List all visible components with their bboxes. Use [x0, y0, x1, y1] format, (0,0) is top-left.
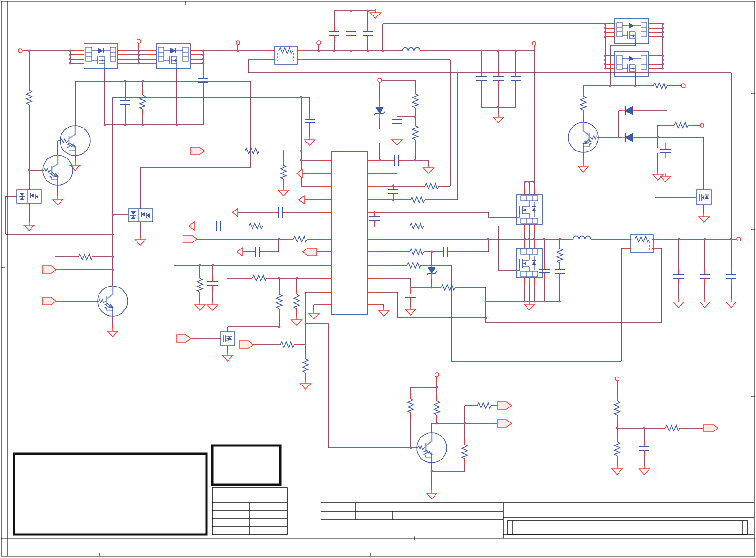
module-pins: [158, 47, 164, 61]
module-diode: [170, 48, 176, 53]
pack-diode: [30, 193, 34, 198]
terminal-circle: [737, 237, 741, 241]
junction-dot: [69, 54, 72, 56]
junction-dot: [69, 58, 72, 60]
junction-dot: [367, 10, 369, 12]
port-arrow-right: [183, 235, 197, 243]
junction-dot: [662, 59, 664, 61]
junction-dot: [604, 36, 607, 38]
resistor: [252, 275, 267, 281]
tvs-diode: [20, 197, 24, 200]
junction-dot: [124, 124, 127, 126]
terminal-circle: [435, 373, 439, 377]
junction-dot: [138, 50, 140, 52]
resistor: [410, 249, 424, 255]
junction-dot: [382, 50, 384, 52]
ground-symbol: [195, 305, 205, 310]
junction-dot: [283, 150, 285, 152]
fet-diode: [228, 337, 232, 340]
module-arrow: [173, 59, 176, 62]
module-pins: [617, 55, 622, 69]
junction-dot: [609, 85, 611, 87]
schematic-canvas: [0, 0, 756, 558]
wire: [367, 212, 516, 217]
junction-dot: [533, 238, 535, 241]
junction-dot: [604, 23, 607, 25]
junction-dot: [485, 301, 487, 303]
transistor: [568, 122, 598, 152]
junction-dot: [112, 256, 114, 258]
junction-dot: [350, 10, 352, 12]
ground-symbol: [379, 310, 389, 316]
junction-dot: [202, 58, 205, 60]
junction-dot: [431, 287, 433, 289]
ground-symbol: [524, 304, 535, 310]
junction-dot: [634, 85, 637, 87]
junction-dot: [104, 124, 106, 126]
junction-dot: [543, 238, 546, 241]
junction-dot: [604, 27, 607, 30]
ground-symbol: [24, 225, 34, 231]
wire: [621, 248, 631, 361]
diode: [625, 133, 633, 142]
junction-dot: [485, 317, 487, 319]
resistor: [441, 285, 455, 290]
junction-dot: [616, 427, 619, 430]
body-diode: [532, 207, 536, 211]
resistor: [614, 442, 620, 456]
junction-dot: [300, 150, 303, 152]
wire: [367, 305, 384, 308]
port-arrow-right: [497, 402, 512, 409]
resistor: [245, 148, 259, 154]
module-pins: [641, 23, 647, 37]
junction-dot: [662, 63, 664, 66]
resistor: [614, 401, 620, 415]
pack-diode: [146, 213, 150, 218]
tvs-diode: [131, 211, 136, 215]
junction-dot: [112, 269, 114, 271]
resistor: [303, 359, 308, 373]
module-arrow: [100, 59, 103, 62]
junction-dot: [414, 116, 417, 118]
junction-dot: [515, 50, 517, 52]
terminal-circle: [532, 41, 536, 45]
terminal-circle: [615, 377, 619, 381]
junction-dot: [112, 214, 114, 216]
resistor: [411, 197, 425, 203]
junction-dot: [481, 50, 483, 52]
ground-symbol: [726, 302, 736, 308]
inductor: [402, 47, 420, 51]
pack-diode: [35, 195, 38, 199]
module-arrow: [523, 262, 526, 265]
resistor: [280, 342, 294, 347]
diode: [625, 106, 633, 115]
ground-symbol: [639, 469, 649, 475]
junction-dot: [142, 124, 144, 126]
wire: [367, 292, 486, 318]
module-pins: [521, 271, 538, 277]
port-arrow-right: [42, 266, 56, 273]
net-chevron: [232, 208, 238, 217]
net-chevron: [299, 196, 305, 204]
ground-symbol: [135, 240, 145, 245]
terminal-circle: [137, 39, 141, 43]
ground-symbol: [700, 302, 710, 308]
ground-symbol: [612, 469, 622, 475]
junction-dot: [431, 251, 433, 253]
junction-dot: [392, 185, 395, 188]
junction-dot: [138, 58, 140, 60]
pack-diode: [141, 212, 145, 217]
ground-symbol: [207, 305, 218, 310]
resistor: [293, 236, 307, 242]
junction-dot: [410, 447, 412, 449]
port-arrow-right: [42, 297, 56, 305]
junction-dot: [374, 211, 376, 214]
resistor: [407, 263, 421, 268]
port-arrow-left: [303, 248, 317, 256]
junction-dot: [497, 106, 500, 109]
net-chevron: [189, 222, 194, 230]
ground-symbol: [370, 13, 381, 18]
transistor: [43, 155, 73, 185]
junction-dot: [367, 50, 369, 52]
junction-dot: [305, 323, 307, 325]
